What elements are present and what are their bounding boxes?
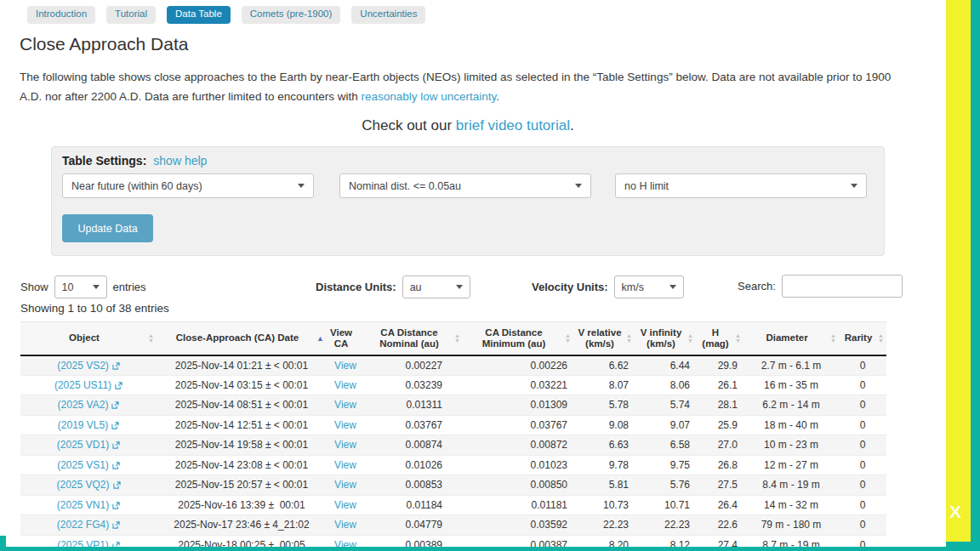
object-cell: (2022 FG4) [20,515,157,536]
date-filter-select[interactable]: Near future (within 60 days) [62,173,314,198]
table-cell: 2.7 m - 6.1 m [744,355,839,376]
column-header-object[interactable]: Object▲▼ [20,322,157,355]
table-cell: 2025-Nov-15 20:57 ± < 00:01 [157,475,327,496]
table-cell: 16 m - 35 m [744,375,839,395]
table-row: (2022 FG4)2025-Nov-17 23:46 ± 4_21:02Vie… [20,515,886,536]
view-ca-link[interactable]: View [334,519,356,531]
table-cell: 9.75 [635,455,696,475]
tab-bar: IntroductionTutorialData TableComets (pr… [27,6,425,24]
velocity-units-select[interactable]: km/s [614,276,684,298]
show-help-link[interactable]: show help [153,154,207,168]
close-approach-page: IntroductionTutorialData TableComets (pr… [0,0,980,551]
view-ca-link[interactable]: View [334,360,356,372]
uncertainty-link[interactable]: reasonably low uncertainty [361,90,496,103]
object-link[interactable]: (2025 VS1) [57,459,109,471]
view-ca-link[interactable]: View [334,379,356,391]
entries-summary: Showing 1 to 10 of 38 entries [20,302,169,315]
object-link[interactable]: (2025 VS2) [57,360,109,372]
column-header-label: Rarity [845,332,873,343]
table-cell: 0.03767 [463,415,573,435]
table-body: (2025 VS2)2025-Nov-14 01:21 ± < 00:01Vie… [20,355,886,551]
table-cell: 0.00872 [463,435,573,456]
update-data-button[interactable]: Update Data [62,214,153,242]
tab-tutorial[interactable]: Tutorial [106,6,156,24]
chevron-down-icon [575,184,582,188]
table-cell: 0.00226 [463,355,573,376]
page-length-value: 10 [62,281,74,293]
object-link[interactable]: (2025 VQ2) [56,479,109,491]
distance-filter-select[interactable]: Nominal dist. <= 0.05au [339,173,591,198]
external-link-icon [112,502,120,509]
table-cell: 6.2 m - 14 m [744,395,839,416]
tutorial-line: Check out our brief video tutorial. [0,117,936,134]
table-cell: 0 [839,495,886,515]
object-link[interactable]: (2025 US11) [54,379,111,391]
table-cell: 0.00853 [364,475,463,496]
column-header-diameter[interactable]: Diameter▲▼ [744,322,839,355]
column-header-v-infinity-km-s[interactable]: V infinity (km/s)▲▼ [635,322,696,355]
velocity-units-label: Velocity Units: [532,281,608,293]
h-limit-select[interactable]: no H limit [615,173,867,198]
column-header-label: Diameter [766,332,807,343]
object-cell: (2025 VQ2) [20,475,157,496]
search-input[interactable] [782,275,903,298]
table-cell: 0.03221 [463,375,573,395]
table-cell: 18 m - 40 m [744,415,839,435]
video-tutorial-link[interactable]: brief video tutorial [456,117,570,133]
table-row: (2025 VQ2)2025-Nov-15 20:57 ± < 00:01Vie… [20,475,886,496]
column-header-close-approach-ca-date[interactable]: Close-Approach (CA) Date▲ [157,322,327,355]
tab-introduction[interactable]: Introduction [27,6,95,24]
table-cell: 10.73 [573,495,635,515]
column-header-rarity[interactable]: Rarity▲▼ [839,322,886,355]
column-header-label: Object [69,332,100,343]
table-cell: 22.23 [635,515,696,536]
velocity-units-value: km/s [622,281,644,293]
table-cell: 27.0 [696,435,744,456]
chevron-down-icon [298,184,305,188]
view-ca-cell: View [327,435,364,456]
column-header-h-mag[interactable]: H (mag)▲▼ [696,322,744,355]
table-row: (2025 US11)2025-Nov-14 03:15 ± < 00:01Vi… [20,375,886,395]
sort-icon: ▲▼ [626,333,632,344]
column-header-label: CA Distance Minimum (au) [482,327,546,349]
teal-frame-bar-right [971,0,980,551]
object-link[interactable]: (2025 VN1) [57,499,109,511]
table-cell: 2025-Nov-14 01:21 ± < 00:01 [157,355,327,376]
table-cell: 8.4 m - 19 m [744,475,839,496]
table-cell: 2025-Nov-14 12:51 ± < 00:01 [157,415,327,435]
table-cell: 5.81 [573,475,635,496]
view-ca-link[interactable]: View [334,499,356,511]
distance-units-select[interactable]: au [402,276,470,298]
column-header-v-relative-km-s[interactable]: V relative (km/s)▲▼ [573,322,635,355]
table-row: (2019 VL5)2025-Nov-14 12:51 ± < 00:01Vie… [20,415,886,435]
h-limit-value: no H limit [624,180,669,192]
object-link[interactable]: (2019 VL5) [58,419,108,431]
tab-uncertainties[interactable]: Uncertainties [351,6,425,24]
view-ca-link[interactable]: View [334,399,356,411]
distance-units-label: Distance Units: [316,281,396,293]
view-ca-link[interactable]: View [334,439,356,451]
view-ca-link[interactable]: View [334,419,356,431]
column-header-ca-distance-minimum-au[interactable]: CA Distance Minimum (au)▲▼ [463,322,573,355]
table-cell: 6.62 [573,355,635,376]
view-ca-cell: View [327,455,364,475]
view-ca-link[interactable]: View [334,479,356,491]
table-cell: 0.00874 [364,435,463,456]
object-link[interactable]: (2025 VA2) [58,399,109,411]
object-link[interactable]: (2025 VD1) [57,439,109,451]
tab-data-table[interactable]: Data Table [167,6,231,24]
distance-filter-value: Nominal dist. <= 0.05au [349,180,461,192]
column-header-ca-distance-nominal-au[interactable]: CA Distance Nominal (au)▲▼ [364,322,463,355]
tab-comets-pre-1900[interactable]: Comets (pre-1900) [242,6,341,24]
show-label: Show [20,281,48,293]
table-cell: 0.03767 [364,415,463,435]
table-settings-panel: Table Settings:show help Near future (wi… [51,146,885,256]
view-ca-link[interactable]: View [334,459,356,471]
distance-units-value: au [410,281,422,293]
page-length-select[interactable]: 10 [54,276,107,298]
intro-suffix: . [496,90,499,103]
object-link[interactable]: (2022 FG4) [57,519,109,531]
table-cell: 9.07 [635,415,696,435]
column-header-label: V relative (km/s) [578,327,621,349]
table-row: (2025 VN1)2025-Nov-16 13:39 ± 00:01View0… [20,495,886,515]
